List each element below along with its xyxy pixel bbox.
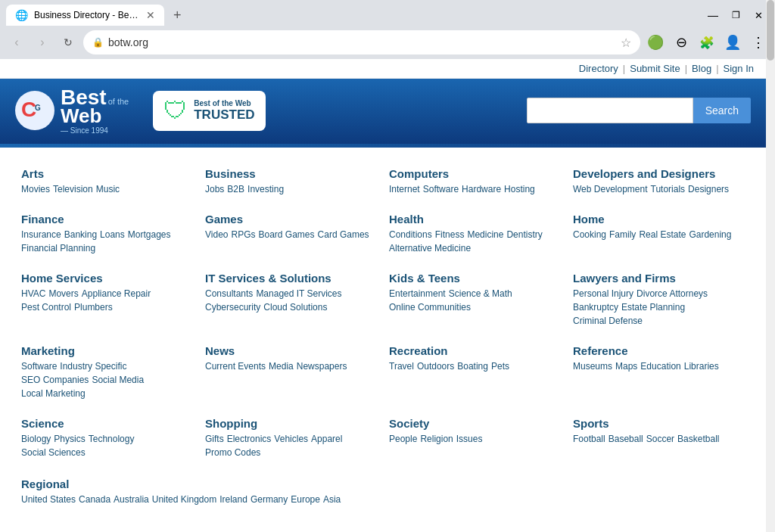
address-bar[interactable]: 🔒 botw.org ☆ [83, 30, 640, 54]
category-link[interactable]: Vehicles [274, 434, 308, 444]
category-link[interactable]: RPGs [231, 229, 255, 240]
extensions-button[interactable]: 🧩 [696, 32, 717, 53]
category-link[interactable]: Baseball [608, 434, 643, 444]
category-link[interactable]: Bankruptcy [573, 302, 618, 313]
topnav-directory[interactable]: Directory [579, 63, 618, 74]
category-link[interactable]: Libraries [684, 361, 719, 372]
category-link[interactable]: Museums [573, 361, 612, 372]
category-link[interactable]: SEO Companies [21, 375, 89, 385]
category-link[interactable]: Canada [79, 494, 110, 505]
browser-tab[interactable]: 🌐 Business Directory - Best of the W ✕ [6, 5, 164, 26]
category-link[interactable]: Loans [100, 229, 125, 240]
category-link[interactable]: Issues [456, 434, 483, 444]
category-title[interactable]: Marketing [21, 344, 75, 357]
forward-button[interactable]: › [32, 32, 53, 53]
category-link[interactable]: Alternative Medicine [389, 243, 471, 254]
category-title[interactable]: Home Services [21, 272, 103, 285]
topnav-sign-in[interactable]: Sign In [724, 63, 754, 74]
category-link[interactable]: Asia [323, 494, 341, 505]
category-title[interactable]: Home [573, 213, 605, 226]
category-link[interactable]: Financial Planning [21, 243, 95, 254]
category-link[interactable]: Australia [114, 494, 149, 505]
shield-icon-button[interactable]: ⊖ [671, 32, 692, 53]
category-link[interactable]: Criminal Defense [573, 316, 643, 326]
category-link[interactable]: Conditions [389, 229, 432, 240]
category-link[interactable]: Pest Control [21, 302, 71, 313]
category-title[interactable]: Computers [389, 167, 449, 180]
logo[interactable]: C G Best of the Web — Since 1994 [15, 86, 129, 135]
category-title[interactable]: Recreation [389, 344, 448, 357]
category-link[interactable]: Personal Injury [573, 288, 633, 299]
category-link[interactable]: Internet [389, 184, 420, 194]
category-link[interactable]: Plumbers [74, 302, 113, 313]
topnav-submit-site[interactable]: Submit Site [630, 63, 680, 74]
category-link[interactable]: Web Development [573, 184, 648, 194]
category-link[interactable]: Fitness [435, 229, 465, 240]
tab-close-icon[interactable]: ✕ [146, 9, 155, 21]
category-link[interactable]: Hosting [504, 184, 535, 194]
search-button[interactable]: Search [693, 98, 751, 123]
minimize-button[interactable]: — [702, 5, 724, 26]
category-link[interactable]: Consultants [205, 288, 253, 299]
category-title[interactable]: Sports [573, 417, 609, 430]
category-link[interactable]: Designers [688, 184, 729, 194]
category-link[interactable]: Electronics [227, 434, 272, 444]
category-link[interactable]: Biology [21, 434, 51, 444]
category-link[interactable]: Maps [615, 361, 637, 372]
category-link[interactable]: Basketball [677, 434, 719, 444]
category-title[interactable]: Health [389, 213, 424, 226]
category-link[interactable]: Cybersecurity [205, 302, 260, 313]
category-link[interactable]: Outdoors [417, 361, 454, 372]
category-link[interactable]: Television [53, 184, 93, 194]
category-link[interactable]: Europe [291, 494, 320, 505]
maximize-button[interactable]: ❐ [725, 5, 746, 26]
category-link[interactable]: Banking [64, 229, 97, 240]
category-link[interactable]: Card Games [318, 229, 369, 240]
category-link[interactable]: Tutorials [651, 184, 686, 194]
category-link[interactable]: United Kingdom [152, 494, 216, 505]
new-tab-button[interactable]: + [167, 5, 188, 25]
category-link[interactable]: Medicine [467, 229, 503, 240]
category-title[interactable]: Reference [573, 344, 628, 357]
category-link[interactable]: Online Communities [389, 302, 471, 313]
category-link[interactable]: Gifts [205, 434, 224, 444]
category-link[interactable]: Cooking [573, 229, 606, 240]
category-link[interactable]: B2B [227, 184, 244, 194]
category-title[interactable]: IT Services & Solutions [205, 272, 331, 285]
category-link[interactable]: Video [205, 229, 228, 240]
category-link[interactable]: Estate Planning [621, 302, 685, 313]
category-link[interactable]: Real Estate [639, 229, 686, 240]
category-link[interactable]: Mortgages [128, 229, 171, 240]
category-title[interactable]: Finance [21, 213, 64, 226]
category-link[interactable]: Promo Codes [205, 447, 260, 458]
category-link[interactable]: Music [96, 184, 120, 194]
category-link[interactable]: Gardening [689, 229, 731, 240]
category-link[interactable]: Managed IT Services [256, 288, 341, 299]
category-link[interactable]: Physics [54, 434, 85, 444]
back-button[interactable]: ‹ [6, 32, 27, 53]
category-link[interactable]: Dentistry [506, 229, 542, 240]
topnav-blog[interactable]: Blog [692, 63, 711, 74]
category-link[interactable]: Family [609, 229, 636, 240]
category-link[interactable]: Newspapers [297, 361, 347, 372]
category-link[interactable]: Appliance Repair [82, 288, 151, 299]
category-title[interactable]: Arts [21, 167, 44, 180]
refresh-button[interactable]: ↻ [58, 32, 79, 53]
category-link[interactable]: Boating [457, 361, 488, 372]
scrollbar[interactable] [766, 0, 775, 532]
category-title[interactable]: News [205, 344, 235, 357]
category-link[interactable]: Pets [491, 361, 509, 372]
category-link[interactable]: Football [573, 434, 605, 444]
category-link[interactable]: Insurance [21, 229, 61, 240]
category-title[interactable]: Games [205, 213, 243, 226]
category-link[interactable]: Board Games [259, 229, 315, 240]
category-title[interactable]: Shopping [205, 417, 257, 430]
category-link[interactable]: Hardware [462, 184, 501, 194]
category-link[interactable]: Cloud Solutions [263, 302, 327, 313]
category-link[interactable]: United States [21, 494, 76, 505]
category-title[interactable]: Kids & Teens [389, 272, 460, 285]
category-link[interactable]: Soccer [646, 434, 674, 444]
category-link[interactable]: Travel [389, 361, 414, 372]
category-link[interactable]: Media [269, 361, 294, 372]
category-title[interactable]: Developers and Designers [573, 167, 715, 180]
